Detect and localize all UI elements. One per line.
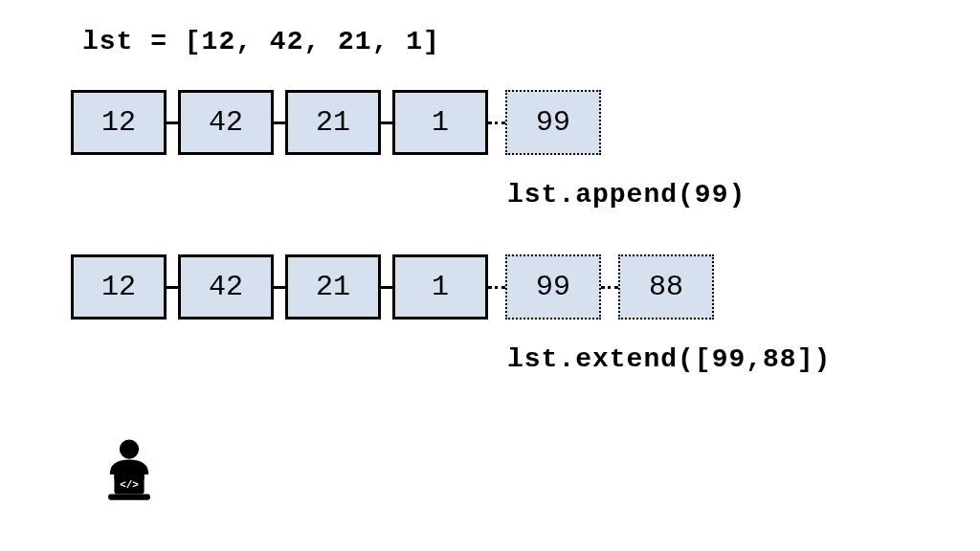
code-append: lst.append(99) (507, 180, 746, 209)
list-box: 1 (392, 254, 488, 320)
list-row-extend: 12 42 21 1 99 88 (71, 254, 714, 320)
list-box: 21 (285, 90, 381, 155)
list-row-append: 12 42 21 1 99 (71, 90, 601, 155)
code-extend: lst.extend([99,88]) (507, 344, 831, 374)
list-box-extended: 88 (618, 254, 714, 320)
connector (381, 121, 392, 124)
svg-rect-2 (108, 494, 150, 499)
svg-text:</>: </> (120, 479, 139, 491)
coder-icon: </> (92, 434, 167, 514)
list-box: 42 (178, 90, 274, 155)
list-box: 12 (71, 254, 167, 320)
list-box: 21 (285, 254, 381, 320)
connector (381, 286, 392, 289)
list-box: 1 (392, 90, 488, 155)
connector-dotted (601, 286, 618, 289)
connector (167, 121, 178, 124)
connector-dotted (488, 121, 505, 124)
connector (167, 286, 178, 289)
connector-dotted (488, 286, 505, 289)
svg-point-0 (120, 439, 139, 458)
list-box-appended: 99 (505, 90, 601, 155)
code-assignment: lst = [12, 42, 21, 1] (82, 27, 440, 56)
connector (274, 286, 285, 289)
connector (274, 121, 285, 124)
list-box: 12 (71, 90, 167, 155)
list-box-extended: 99 (505, 254, 601, 320)
list-box: 42 (178, 254, 274, 320)
